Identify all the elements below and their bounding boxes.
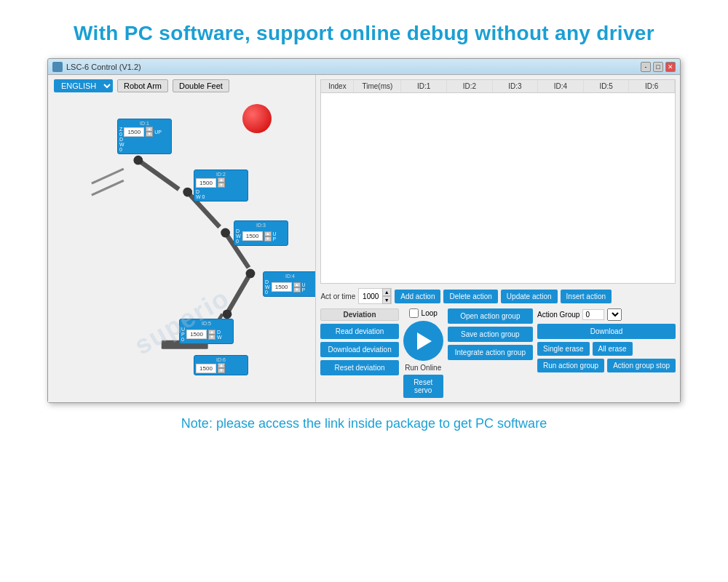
right-controls: Action Group ▼ Download Single erase All… (537, 308, 676, 398)
action-group-stop-button[interactable]: Action group stop (607, 359, 676, 372)
action-time-input: ▲ ▼ (358, 288, 392, 304)
action-group-row: Action Group ▼ (537, 308, 676, 321)
col-id1: ID:1 (401, 80, 447, 92)
window-content: ENGLISH Robot Arm Double Feet (48, 75, 680, 402)
svg-line-3 (229, 276, 249, 311)
red-ball (242, 104, 272, 133)
servo-6-down[interactable]: ▼ (218, 368, 225, 373)
run-online-label: Run Online (405, 364, 441, 372)
svg-point-11 (246, 269, 256, 279)
servo-3-down[interactable]: ▼ (264, 236, 272, 242)
reset-servo-button[interactable]: Reset servo (403, 375, 443, 398)
robot-arm-button[interactable]: Robot Arm (117, 79, 168, 92)
minimize-button[interactable]: - (641, 62, 651, 72)
action-buttons-row: Act or time ▲ ▼ Add action Delete action… (320, 288, 676, 304)
reset-deviation-button[interactable]: Reset deviation (320, 360, 398, 375)
svg-point-9 (183, 188, 192, 197)
title-bar-left: LSC-6 Control (V1.2) (52, 62, 141, 72)
servo-block-4: ID:4 DW0 ▲ ▼ UP (263, 271, 316, 297)
header-title: With PC software, support online debug w… (74, 22, 654, 45)
run-action-group-button[interactable]: Run action group (537, 359, 604, 372)
run-online-button[interactable] (403, 321, 443, 361)
app-icon (52, 62, 63, 72)
servo-3-up[interactable]: ▲ (264, 231, 272, 236)
add-action-button[interactable]: Add action (395, 290, 440, 303)
language-select[interactable]: ENGLISH (54, 79, 113, 92)
run-stop-row: Run action group Action group stop (537, 359, 676, 372)
servo-4-input[interactable] (272, 282, 292, 292)
double-feet-button[interactable]: Double Feet (173, 79, 229, 92)
title-bar: LSC-6 Control (V1.2) - □ ✕ (48, 59, 680, 75)
servo-6-input[interactable] (196, 364, 216, 373)
action-time-value[interactable] (359, 292, 382, 300)
col-id5: ID:5 (584, 80, 630, 92)
all-erase-button[interactable]: All erase (593, 342, 633, 356)
action-time-label: Act or time (320, 292, 355, 300)
svg-point-10 (221, 228, 230, 238)
col-time: Time(ms) (354, 80, 401, 92)
single-erase-button[interactable]: Single erase (537, 342, 590, 356)
servo-6-up[interactable]: ▲ (218, 363, 225, 368)
right-panel: Index Time(ms) ID:1 ID:2 ID:3 ID:4 ID:5 … (316, 75, 680, 402)
delete-action-button[interactable]: Delete action (443, 290, 497, 303)
time-spin-up[interactable]: ▲ (382, 288, 391, 296)
integrate-action-group-button[interactable]: Integrate action group (448, 345, 533, 360)
play-icon (417, 332, 432, 350)
bottom-controls: Deviation Read deviation Download deviat… (320, 308, 676, 398)
save-action-group-button[interactable]: Save action group (448, 327, 533, 342)
left-panel: ENGLISH Robot Arm Double Feet (48, 75, 316, 402)
action-group-input[interactable] (582, 309, 604, 320)
window-title: LSC-6 Control (V1.2) (66, 63, 141, 71)
col-id2: ID:2 (447, 80, 493, 92)
time-spin-down[interactable]: ▼ (382, 296, 391, 304)
col-id3: ID:3 (493, 80, 539, 92)
download-deviation-button[interactable]: Download deviation (320, 342, 398, 357)
application-window: LSC-6 Control (V1.2) - □ ✕ ENGLISH Robot… (47, 58, 681, 403)
servo-2-input[interactable] (196, 178, 216, 188)
run-panel: Loop Run Online Reset servo (403, 308, 443, 398)
servo-5-input[interactable] (186, 330, 207, 339)
read-deviation-button[interactable]: Read deviation (320, 324, 398, 339)
insert-action-button[interactable]: Insert action (561, 290, 612, 303)
svg-point-8 (133, 156, 143, 165)
loop-row: Loop (409, 308, 438, 318)
robot-area: ID:1 Z0 ▲ ▼ UP DW0 (48, 97, 315, 380)
footer-note: Note: please access the link inside pack… (181, 416, 547, 431)
action-group-select[interactable]: ▼ (607, 308, 622, 321)
servo-4-up[interactable]: ▲ (293, 282, 301, 287)
col-id6: ID:6 (629, 80, 675, 92)
servo-1-input[interactable] (124, 127, 144, 137)
loop-label: Loop (422, 309, 438, 317)
col-index: Index (321, 80, 354, 92)
action-group-panel: Open action group Save action group Inte… (448, 308, 533, 398)
servo-1-down[interactable]: ▼ (146, 132, 153, 137)
deviation-title: Deviation (320, 308, 398, 321)
close-button[interactable]: ✕ (665, 62, 676, 72)
action-table: Index Time(ms) ID:1 ID:2 ID:3 ID:4 ID:5 … (320, 79, 676, 284)
maximize-button[interactable]: □ (653, 62, 663, 72)
svg-line-0 (138, 160, 179, 189)
servo-3-input[interactable] (242, 231, 263, 241)
svg-line-6 (92, 169, 124, 183)
servo-1-up[interactable]: ▲ (146, 127, 153, 132)
servo-5-up[interactable]: ▲ (208, 330, 215, 335)
window-controls: - □ ✕ (641, 62, 676, 72)
servo-5-down[interactable]: ▼ (208, 335, 215, 340)
servo-4-down[interactable]: ▼ (293, 287, 301, 292)
servo-block-5: ID:5 UP0 ▲ ▼ DW (179, 319, 234, 344)
open-action-group-button[interactable]: Open action group (448, 308, 533, 324)
servo-block-2: ID:2 ▲ ▼ DW 0 (194, 170, 248, 202)
loop-checkbox[interactable] (409, 308, 419, 318)
servo-block-3: ID:3 DW0 ▲ ▼ UP (234, 220, 288, 246)
page-container: With PC software, support online debug w… (0, 0, 728, 582)
servo-2-down[interactable]: ▼ (218, 183, 225, 188)
small-btn-row: Single erase All erase (537, 342, 676, 356)
left-toolbar: ENGLISH Robot Arm Double Feet (48, 75, 315, 97)
servo-block-6: ID:6 ▲ ▼ (194, 355, 248, 375)
download-button[interactable]: Download (537, 324, 676, 339)
svg-line-7 (92, 180, 124, 195)
update-action-button[interactable]: Update action (501, 290, 558, 303)
table-header: Index Time(ms) ID:1 ID:2 ID:3 ID:4 ID:5 … (321, 80, 675, 93)
servo-2-up[interactable]: ▲ (218, 178, 225, 183)
action-group-label: Action Group (537, 311, 579, 319)
